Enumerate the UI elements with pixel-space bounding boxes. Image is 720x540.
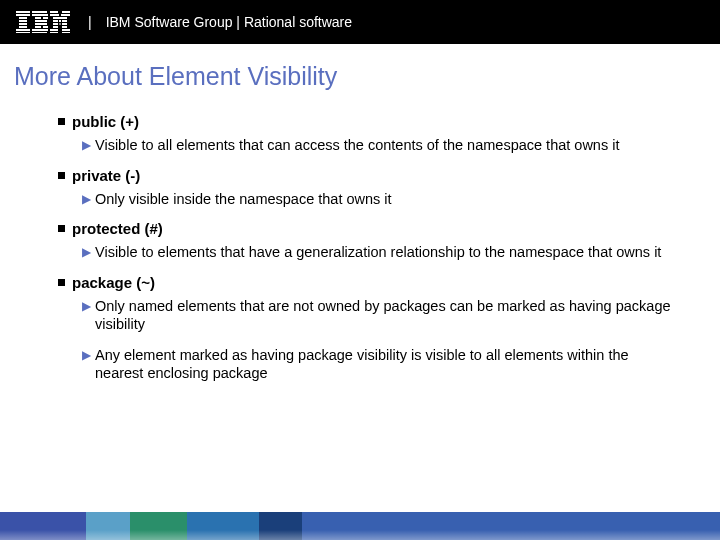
list-item: protected (#) ▶ Visible to elements that… [58, 220, 678, 262]
sub-list-text: Any element marked as having package vis… [95, 346, 678, 383]
list-item-head: private (-) [58, 167, 678, 184]
svg-rect-16 [32, 29, 48, 31]
svg-rect-15 [43, 26, 48, 28]
svg-rect-21 [61, 14, 70, 16]
svg-rect-33 [62, 29, 70, 31]
sub-list-item: ▶ Visible to all elements that can acces… [82, 136, 678, 155]
sub-list-item: ▶ Visible to elements that have a genera… [82, 243, 678, 262]
sub-list: ▶ Only visible inside the namespace that… [58, 190, 678, 209]
square-bullet-icon [58, 172, 65, 179]
svg-rect-8 [32, 11, 47, 13]
list-item-label: package (~) [72, 274, 155, 291]
arrow-bullet-icon: ▶ [82, 299, 91, 314]
svg-rect-28 [60, 23, 61, 25]
svg-rect-22 [53, 17, 60, 19]
header-text: IBM Software Group | Rational software [106, 14, 352, 30]
svg-rect-27 [53, 23, 58, 25]
svg-rect-9 [32, 14, 48, 16]
square-bullet-icon [58, 279, 65, 286]
svg-rect-1 [16, 14, 30, 16]
header-separator: | [88, 14, 92, 30]
content-area: More About Element Visibility public (+)… [0, 44, 720, 504]
sub-list-item: ▶ Only visible inside the namespace that… [82, 190, 678, 209]
list-item: package (~) ▶ Only named elements that a… [58, 274, 678, 383]
list-item-head: protected (#) [58, 220, 678, 237]
svg-rect-18 [50, 11, 58, 13]
svg-rect-20 [50, 14, 59, 16]
svg-rect-12 [35, 20, 47, 22]
svg-rect-31 [62, 26, 67, 28]
sub-list-text: Visible to all elements that can access … [95, 136, 619, 155]
list-item-label: public (+) [72, 113, 139, 130]
header-bar: | IBM Software Group | Rational software [0, 0, 720, 44]
sub-list: ▶ Visible to elements that have a genera… [58, 243, 678, 262]
arrow-bullet-icon: ▶ [82, 348, 91, 363]
svg-rect-19 [62, 11, 70, 13]
list-item: public (+) ▶ Visible to all elements tha… [58, 113, 678, 155]
arrow-bullet-icon: ▶ [82, 245, 91, 260]
svg-rect-3 [19, 20, 27, 22]
arrow-bullet-icon: ▶ [82, 138, 91, 153]
slide: | IBM Software Group | Rational software… [0, 0, 720, 540]
svg-rect-10 [35, 17, 41, 19]
square-bullet-icon [58, 118, 65, 125]
svg-rect-35 [62, 32, 70, 33]
svg-rect-30 [53, 26, 58, 28]
sub-list-text: Visible to elements that have a generali… [95, 243, 661, 262]
slide-title: More About Element Visibility [14, 62, 710, 91]
ibm-logo [16, 11, 70, 33]
list-item-head: package (~) [58, 274, 678, 291]
svg-rect-7 [16, 32, 30, 33]
svg-rect-14 [35, 26, 41, 28]
sub-list-item: ▶ Any element marked as having package v… [82, 346, 678, 383]
svg-rect-2 [19, 17, 27, 19]
sub-list: ▶ Only named elements that are not owned… [58, 297, 678, 383]
list-item-label: private (-) [72, 167, 140, 184]
sub-list-text: Only visible inside the namespace that o… [95, 190, 392, 209]
svg-rect-13 [35, 23, 47, 25]
list-item: private (-) ▶ Only visible inside the na… [58, 167, 678, 209]
arrow-bullet-icon: ▶ [82, 192, 91, 207]
svg-rect-26 [62, 20, 67, 22]
sub-list-text: Only named elements that are not owned b… [95, 297, 678, 334]
footer-band [0, 512, 720, 540]
svg-rect-6 [16, 29, 30, 31]
svg-rect-11 [43, 17, 48, 19]
square-bullet-icon [58, 225, 65, 232]
list-item-head: public (+) [58, 113, 678, 130]
svg-rect-23 [60, 17, 67, 19]
svg-rect-0 [16, 11, 30, 13]
svg-rect-34 [50, 32, 58, 33]
svg-rect-29 [62, 23, 67, 25]
svg-rect-24 [53, 20, 58, 22]
list-item-label: protected (#) [72, 220, 163, 237]
svg-rect-25 [59, 20, 61, 22]
svg-rect-17 [32, 32, 47, 33]
svg-rect-5 [19, 26, 27, 28]
footer [0, 504, 720, 540]
sub-list-item: ▶ Only named elements that are not owned… [82, 297, 678, 334]
svg-rect-4 [19, 23, 27, 25]
sub-list: ▶ Visible to all elements that can acces… [58, 136, 678, 155]
svg-rect-32 [50, 29, 58, 31]
bullet-list: public (+) ▶ Visible to all elements tha… [10, 113, 710, 383]
